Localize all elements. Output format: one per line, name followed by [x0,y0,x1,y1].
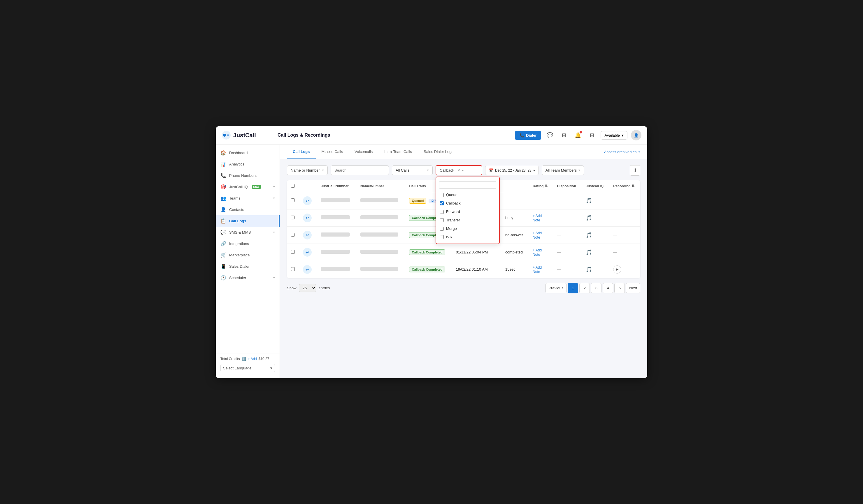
iq-waveform-2[interactable]: 🎵 [586,215,592,221]
credits-amount: $10.27 [259,357,270,361]
select-all-checkbox[interactable] [291,184,295,188]
iq-waveform-5[interactable]: 🎵 [586,267,592,272]
justcall-number-1 [321,198,350,202]
search-input[interactable] [330,166,389,175]
sidebar-label-sales-dialer: Sales Dialer [229,264,250,269]
add-note-2[interactable]: + AddNote [533,214,542,222]
previous-button[interactable]: Previous [546,283,567,293]
queue-checkbox[interactable] [440,193,444,197]
dropdown-option-transfer[interactable]: Transfer [436,216,499,224]
page-button-2[interactable]: 2 [579,283,590,293]
iq-waveform-1[interactable]: 🎵 [586,198,592,204]
row-checkbox-3[interactable] [291,233,295,236]
sidebar-item-phone-numbers[interactable]: 📞 Phone Numbers [216,170,279,181]
col-rating: Rating ⇅ [529,180,553,192]
sidebar-item-contacts[interactable]: 👤 Contacts [216,204,279,215]
svg-point-1 [223,134,226,137]
sidebar-item-dashboard[interactable]: 🏠 Dashboard [216,147,279,158]
iq-waveform-4[interactable]: 🎵 [586,249,592,255]
dropdown-option-forward[interactable]: Forward [436,207,499,216]
add-note-3[interactable]: + AddNote [533,231,542,240]
avatar-button[interactable]: 👤 [631,130,641,140]
team-members-label: All Team Members [546,168,577,172]
forward-checkbox[interactable] [440,210,444,214]
iq-waveform-3[interactable]: 🎵 [586,232,592,238]
recording-3: — [613,233,617,237]
row-checkbox-1[interactable] [291,198,295,202]
dropdown-search-input[interactable] [439,181,496,189]
credits-row: Total Credits ℹ️ + Add $10.27 [221,357,275,361]
row-checkbox-5[interactable] [291,267,295,271]
forward-label: Forward [446,209,460,214]
team-members-chevron: ▾ [578,168,580,172]
dialer-button[interactable]: 📞 Dialer [515,131,541,140]
tab-call-logs[interactable]: Call Logs [287,145,316,159]
ivr-checkbox[interactable] [440,235,444,239]
play-recording-button-5[interactable]: ▶ [613,266,621,274]
sidebar-item-sales-dialer[interactable]: 📱 Sales Dialer [216,261,279,272]
sidebar-item-scheduler[interactable]: 🕐 Scheduler ▾ [216,272,279,283]
rating-sort-icon: ⇅ [545,184,548,188]
messages-icon-button[interactable]: ⊟ [587,130,597,140]
name-number-filter[interactable]: Name or Number ▾ [287,166,328,175]
info-icon: ℹ️ [242,357,246,361]
callback-filter[interactable]: Callback ✕ ▴ [436,165,482,176]
page-button-4[interactable]: 4 [603,283,613,293]
add-credits-link[interactable]: + Add [248,357,257,361]
next-button[interactable]: Next [626,283,640,293]
tab-missed-calls[interactable]: Missed Calls [316,145,349,159]
date-range-filter[interactable]: 📅 Dec 25, 22 - Jan 23, 23 ▾ [485,166,539,175]
transfer-checkbox[interactable] [440,218,444,222]
dropdown-search-wrapper [436,179,499,191]
sidebar-item-sms-mms[interactable]: 💬 SMS & MMS ▾ [216,227,279,238]
dropdown-option-queue[interactable]: Queue [436,191,499,199]
merge-checkbox[interactable] [440,227,444,231]
sidebar-item-marketplace[interactable]: 🛒 Marketplace [216,249,279,261]
sidebar-item-analytics[interactable]: 📊 Analytics [216,158,279,170]
sidebar-label-marketplace: Marketplace [229,253,250,257]
tab-voicemails[interactable]: Voicemails [349,145,378,159]
add-note-4[interactable]: + AddNote [533,248,542,257]
sidebar-item-teams[interactable]: 👥 Teams ▾ [216,193,279,204]
row-checkbox-2[interactable] [291,216,295,219]
dropdown-option-ivr[interactable]: IVR [436,233,499,241]
grid-icon-button[interactable]: ⊞ [559,130,569,140]
callback-clear-button[interactable]: ✕ [457,168,460,172]
page-button-5[interactable]: 5 [614,283,625,293]
page-button-1[interactable]: 1 [568,283,578,293]
all-calls-filter[interactable]: All Calls ▾ [392,166,433,175]
sidebar-label-sms: SMS & MMS [229,230,251,234]
dropdown-option-callback[interactable]: Callback [436,199,499,207]
entries-label: entries [319,286,330,290]
dropdown-option-merge[interactable]: Merge [436,224,499,233]
callback-checkbox[interactable] [440,201,444,205]
language-select[interactable]: Select Language ▾ [221,364,275,372]
callback-label: Callback [440,168,454,172]
sidebar-item-integrations[interactable]: 🔗 Integrations [216,238,279,249]
tab-intra-team-calls[interactable]: Intra-Team Calls [378,145,418,159]
marketplace-icon: 🛒 [221,252,226,258]
chat-icon-button[interactable]: 💬 [545,130,555,140]
transfer-label: Transfer [446,218,460,222]
sidebar-item-justcall-iq[interactable]: 🎯 JustCall IQ NEW ▾ [216,181,279,193]
download-button[interactable]: ⬇ [630,165,640,176]
duration-2: busy [501,209,529,227]
row-checkbox-4[interactable] [291,250,295,254]
table-area: Name or Number ▾ All Calls ▾ Callback ✕ … [280,159,647,378]
callback-option-label: Callback [446,201,461,205]
entries-select[interactable]: 25 50 100 [299,284,316,292]
notification-button[interactable]: 🔔 [573,130,583,140]
access-archived-link[interactable]: Access archived calls [604,150,640,154]
page-button-3[interactable]: 3 [591,283,601,293]
integrations-icon: 🔗 [221,241,226,246]
status-select[interactable]: Available ▾ [601,131,627,140]
duration-4: completed [501,244,529,261]
svg-point-2 [227,134,229,136]
justcall-number-4 [321,250,350,254]
sidebar-item-call-logs[interactable]: 📋 Call Logs [216,215,279,227]
add-note-5[interactable]: + AddNote [533,266,542,274]
team-members-filter[interactable]: All Team Members ▾ [542,166,584,175]
recording-2: — [613,216,617,220]
tab-sales-dialer-logs[interactable]: Sales Dialer Logs [418,145,459,159]
name-number-4 [360,250,398,254]
